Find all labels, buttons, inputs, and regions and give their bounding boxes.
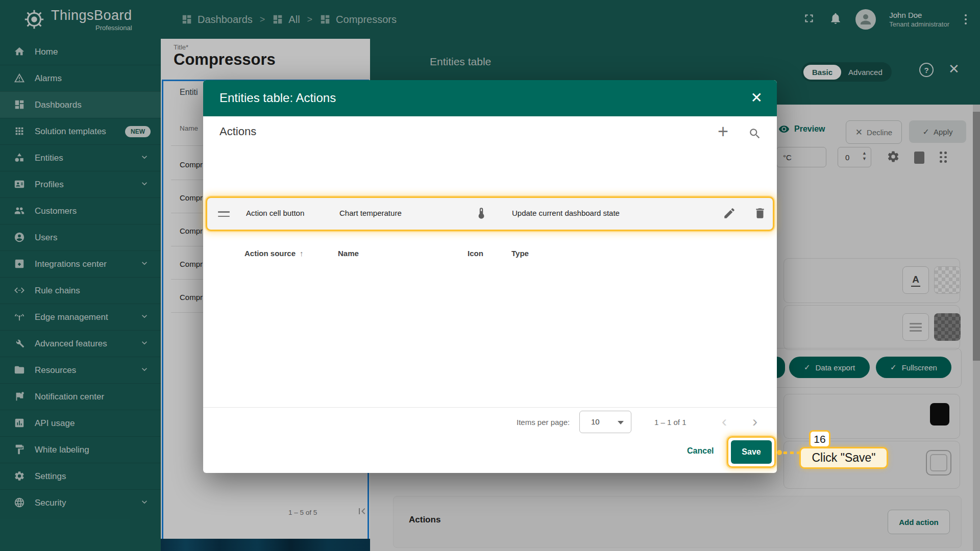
entities-table-actions-dialog: Entities table: Actions ✕ Actions + Acti…	[203, 80, 777, 473]
add-icon[interactable]: +	[718, 121, 728, 142]
annotation-connector-dash	[783, 452, 801, 454]
annotation-connector-dot	[777, 450, 782, 455]
column-header-type[interactable]: Type	[511, 249, 529, 258]
annotation-step-label: Click "Save"	[799, 447, 888, 469]
actions-list-title: Actions	[219, 125, 256, 138]
items-per-page-select[interactable]: 10	[579, 411, 631, 433]
annotation-step-number: 16	[809, 430, 830, 448]
delete-trash-icon[interactable]	[753, 207, 767, 222]
search-icon[interactable]	[748, 127, 762, 142]
column-header-icon[interactable]: Icon	[468, 249, 483, 258]
screen: ThingsBoard Professional Home Alarms Das…	[0, 0, 980, 551]
action-name-cell: Chart temperature	[339, 209, 402, 217]
column-header-action-source[interactable]: Action source↑	[244, 249, 304, 258]
close-icon[interactable]: ✕	[751, 89, 763, 106]
action-type-cell: Update current dashboard state	[512, 209, 620, 217]
dialog-header: Entities table: Actions ✕	[203, 80, 777, 116]
dialog-title: Entities table: Actions	[219, 91, 336, 105]
cancel-button[interactable]: Cancel	[687, 446, 714, 456]
sort-ascending-icon: ↑	[300, 249, 304, 258]
chevron-down-icon	[618, 421, 624, 424]
divider	[203, 407, 777, 408]
column-header-name[interactable]: Name	[338, 249, 359, 258]
drag-handle-icon[interactable]	[218, 211, 230, 217]
thermometer-icon	[475, 207, 488, 222]
previous-page-icon[interactable]: ‹	[722, 413, 727, 430]
next-page-icon[interactable]: ›	[752, 413, 757, 430]
edit-pencil-icon[interactable]	[723, 207, 736, 222]
pagination-range: 1 – 1 of 1	[654, 418, 687, 427]
items-per-page-label: Items per page:	[517, 418, 570, 427]
action-source-cell: Action cell button	[246, 209, 304, 217]
save-button[interactable]: Save	[731, 440, 772, 464]
action-table-row-highlighted[interactable]: Action cell button Chart temperature Upd…	[206, 196, 774, 231]
